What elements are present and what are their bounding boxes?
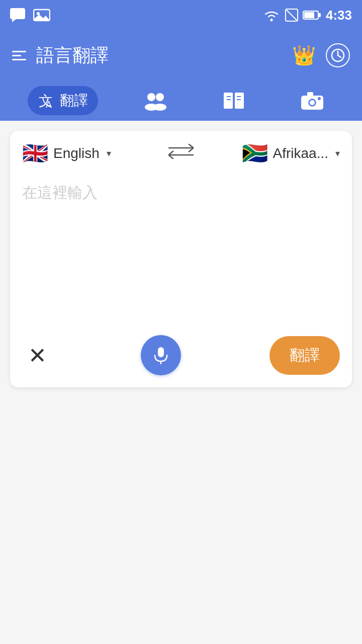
tab-translate[interactable]: 文 A 翻譯 [28,86,98,115]
svg-rect-20 [224,93,233,109]
tab-bar: 文 A 翻譯 [0,80,362,121]
status-right-icons: 4:33 [262,8,352,23]
target-dropdown-arrow: ▾ [335,148,340,159]
tab-translate-label: 翻譯 [60,91,88,110]
mic-icon [152,346,170,364]
clear-icon: ✕ [28,343,47,368]
svg-line-13 [338,55,341,57]
action-row: ✕ 翻譯 [22,327,340,375]
svg-line-7 [287,10,297,20]
swap-icon-svg [168,144,194,159]
crown-icon[interactable]: 👑 [292,44,316,66]
menu-line-1 [12,51,26,52]
tab-book[interactable] [213,86,255,116]
target-flag-icon: 🇿🇦 [242,143,268,164]
translation-placeholder: 在這裡輸入 [22,184,98,201]
svg-rect-33 [158,347,164,357]
svg-text:A: A [46,100,52,110]
main-content: 🇬🇧 English ▾ 🇿🇦 Afrikaа... ▾ [0,121,362,644]
svg-point-16 [147,93,155,101]
translate-tab-icon: 文 A [38,92,56,110]
status-bar: 4:33 [0,0,362,30]
app-title: 語言翻譯 [36,43,282,68]
svg-rect-10 [318,13,321,17]
history-button[interactable] [326,43,350,67]
svg-point-5 [270,19,273,22]
wifi-icon [262,8,281,22]
svg-rect-9 [304,12,314,18]
people-tab-icon [143,91,167,111]
clear-button[interactable]: ✕ [22,340,52,370]
svg-point-28 [310,100,315,105]
chat-bubble-icon [10,8,27,22]
svg-rect-29 [307,92,313,96]
language-selector-row: 🇬🇧 English ▾ 🇿🇦 Afrikaа... ▾ [22,143,340,164]
svg-point-30 [318,97,321,100]
target-language-selector[interactable]: 🇿🇦 Afrikaа... ▾ [202,143,340,164]
status-time: 4:33 [326,8,352,23]
swap-languages-button[interactable] [160,144,202,163]
menu-line-2 [12,55,21,56]
source-language-name: English [53,145,100,162]
menu-line-3 [12,59,26,60]
translation-input[interactable]: 在這裡輸入 [22,176,340,317]
svg-point-19 [153,104,166,111]
source-flag-icon: 🇬🇧 [22,143,48,164]
translation-card: 🇬🇧 English ▾ 🇿🇦 Afrikaа... ▾ [10,131,352,387]
svg-rect-0 [10,8,25,19]
status-left-icons [10,8,50,22]
svg-marker-4 [34,15,50,21]
tab-camera[interactable] [290,86,334,116]
target-language-name: Afrikaа... [273,145,328,162]
camera-tab-icon [300,91,324,111]
image-icon [33,8,50,22]
source-language-selector[interactable]: 🇬🇧 English ▾ [22,143,160,164]
top-bar-action-icons: 👑 [292,43,350,67]
top-bar: 語言翻譯 👑 [0,30,362,80]
clock-icon [331,48,345,62]
battery-icon [303,10,322,21]
svg-point-18 [156,93,164,101]
svg-rect-21 [235,93,244,109]
menu-button[interactable] [12,51,26,60]
source-dropdown-arrow: ▾ [107,148,111,159]
tab-people[interactable] [133,86,177,116]
translate-button[interactable]: 翻譯 [269,336,340,375]
book-tab-icon [223,91,245,111]
signal-icon [285,8,299,22]
mic-button[interactable] [141,335,181,375]
svg-marker-1 [12,19,16,22]
